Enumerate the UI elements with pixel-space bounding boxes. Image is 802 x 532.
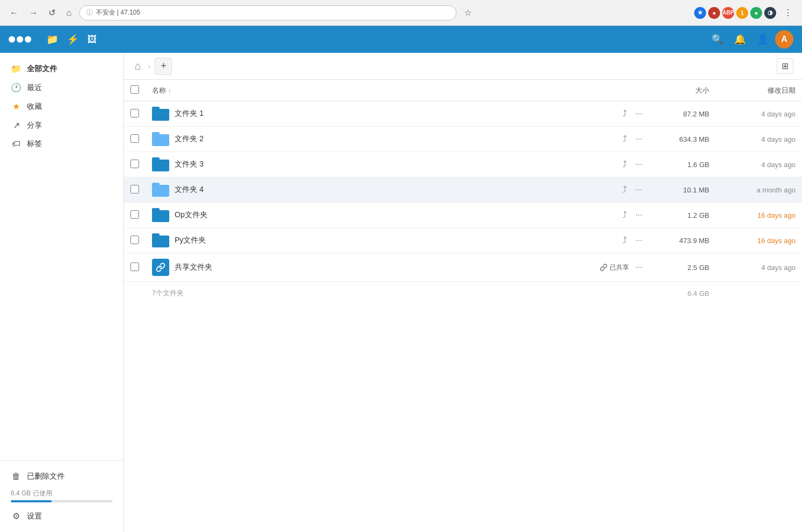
photos-icon: 🖼	[87, 34, 97, 45]
ext-4[interactable]: 1	[736, 7, 748, 19]
row4-check-cell[interactable]	[124, 177, 146, 203]
sidebar-item-tags[interactable]: 🏷 标签	[0, 135, 123, 153]
sidebar-item-all-files-label: 全部文件	[27, 64, 57, 74]
row2-share-btn[interactable]: ⤴	[620, 133, 629, 145]
row6-check-cell[interactable]	[124, 228, 146, 253]
header-name[interactable]: 名称 ↑	[146, 80, 586, 101]
row6-more-btn[interactable]: ···	[633, 234, 645, 246]
ext-2[interactable]: ●	[708, 7, 720, 19]
row7-more-btn[interactable]: ···	[633, 261, 645, 273]
contacts-icon: 👤	[757, 33, 769, 45]
contacts-nav-btn[interactable]: 👤	[752, 30, 773, 49]
file-list-container[interactable]: 名称 ↑ 大小 修改日期	[124, 80, 802, 532]
row1-name-cell[interactable]: 文件夹 1	[146, 101, 586, 127]
row2-checkbox[interactable]	[130, 134, 139, 143]
row5-share-btn[interactable]: ⤴	[620, 209, 629, 221]
row2-name: 文件夹 2	[175, 134, 204, 144]
sidebar-bottom: 🗑 已删除文件 6.4 GB 已使用 ⚙ 设置	[0, 460, 123, 526]
row6-share-btn[interactable]: ⤴	[620, 234, 629, 246]
footer-size: 6.4 GB	[651, 282, 716, 305]
row4-checkbox[interactable]	[130, 185, 139, 194]
sidebar-item-all-files[interactable]: 📁 全部文件	[0, 59, 123, 78]
row3-more-btn[interactable]: ···	[633, 158, 645, 170]
row2-check-cell[interactable]	[124, 127, 146, 152]
row1-checkbox[interactable]	[130, 109, 139, 118]
row1-share-btn[interactable]: ⤴	[620, 108, 629, 120]
sidebar-item-settings[interactable]: ⚙ 设置	[0, 507, 123, 526]
all-files-icon: 📁	[11, 64, 22, 74]
sidebar-item-deleted[interactable]: 🗑 已删除文件	[0, 467, 123, 486]
storage-bar	[11, 500, 113, 502]
row2-more-btn[interactable]: ···	[633, 133, 645, 145]
photos-nav-btn[interactable]: 🖼	[83, 31, 101, 49]
avatar[interactable]: A	[775, 30, 793, 49]
bookmark-button[interactable]: ☆	[461, 5, 475, 20]
row7-checkbox[interactable]	[130, 262, 139, 271]
header-size[interactable]: 大小	[651, 80, 716, 101]
size-column-label: 大小	[695, 86, 709, 94]
row1-check-cell[interactable]	[124, 101, 146, 127]
row1-name: 文件夹 1	[175, 109, 204, 119]
row3-check-cell[interactable]	[124, 152, 146, 177]
shared-icon: ↗	[11, 120, 22, 130]
file-list-body: 文件夹 1 ⤴ ··· 87.2 MB 4 days ago	[124, 101, 802, 305]
sidebar-item-shared[interactable]: ↗ 分享	[0, 116, 123, 135]
row6-name-cell[interactable]: Py文件夹	[146, 228, 586, 253]
ext-1[interactable]: ★	[694, 7, 706, 19]
view-toggle-button[interactable]: ⊞	[777, 58, 793, 74]
sidebar-item-shared-label: 分享	[27, 121, 42, 130]
row2-name-cell[interactable]: 文件夹 2	[146, 127, 586, 152]
header-check[interactable]	[124, 80, 146, 101]
row3-checkbox[interactable]	[130, 160, 139, 168]
row3-name-cell[interactable]: 文件夹 3	[146, 152, 586, 177]
row2-actions: ⤴ ···	[586, 127, 651, 152]
sort-arrow: ↑	[168, 87, 171, 94]
row4-actions: ⤴ ···	[586, 177, 651, 203]
row3-share-btn[interactable]: ⤴	[620, 158, 629, 170]
breadcrumb-home-icon[interactable]: ⌂	[133, 58, 143, 74]
table-row: 文件夹 3 ⤴ ··· 1.6 GB 4 days ago	[124, 152, 802, 177]
back-button[interactable]: ←	[6, 6, 22, 20]
row6-checkbox[interactable]	[130, 236, 139, 244]
row7-name-cell[interactable]: 共享文件夹	[146, 253, 586, 282]
row5-name-cell[interactable]: Op文件夹	[146, 203, 586, 228]
files-nav-btn[interactable]: 📁	[42, 30, 63, 49]
home-button[interactable]: ⌂	[63, 6, 75, 20]
sidebar-item-favorites[interactable]: ★ 收藏	[0, 97, 123, 116]
select-all-checkbox[interactable]	[130, 85, 139, 94]
row1-more-btn[interactable]: ···	[633, 108, 645, 120]
row5-check-cell[interactable]	[124, 203, 146, 228]
table-row: 文件夹 1 ⤴ ··· 87.2 MB 4 days ago	[124, 101, 802, 127]
ext-3[interactable]: ABP	[722, 7, 734, 19]
row4-name-cell[interactable]: 文件夹 4	[146, 177, 586, 203]
footer-count: 7个文件夹	[146, 282, 586, 305]
row7-check-cell[interactable]	[124, 253, 146, 282]
reload-button[interactable]: ↺	[45, 5, 59, 20]
row4-more-btn[interactable]: ···	[633, 184, 645, 196]
add-button[interactable]: +	[155, 58, 172, 75]
row5-more-btn[interactable]: ···	[633, 209, 645, 221]
ext-5[interactable]: ●	[750, 7, 762, 19]
row1-date: 4 days ago	[716, 101, 802, 127]
search-nav-btn[interactable]: 🔍	[707, 30, 728, 49]
row5-actions: ⤴ ···	[586, 203, 651, 228]
sidebar-item-recent[interactable]: 🕐 最近	[0, 78, 123, 97]
app-container: 📁 全部文件 🕐 最近 ★ 收藏 ↗ 分享 🏷 标签 🗑 已删除文件 6.4 G…	[0, 53, 802, 532]
browser-menu-button[interactable]: ⋮	[780, 5, 796, 20]
table-row: Op文件夹 ⤴ ··· 1.2 GB 16 days ago	[124, 203, 802, 228]
table-row: 文件夹 4 ⤴ ··· 10.1 MB a month ago	[124, 177, 802, 203]
address-bar[interactable]: ⓘ 不安全 | 47.105	[79, 5, 457, 20]
activity-icon: ⚡	[67, 33, 79, 45]
deleted-icon: 🗑	[11, 472, 22, 481]
bell-nav-btn[interactable]: 🔔	[730, 30, 750, 49]
ext-6[interactable]: ◑	[764, 7, 776, 19]
header-date[interactable]: 修改日期	[716, 80, 802, 101]
logo[interactable]	[9, 36, 31, 43]
forward-button[interactable]: →	[26, 6, 41, 20]
row4-share-btn[interactable]: ⤴	[620, 184, 629, 196]
row6-actions: ⤴ ···	[586, 228, 651, 253]
row5-checkbox[interactable]	[130, 210, 139, 219]
sidebar: 📁 全部文件 🕐 最近 ★ 收藏 ↗ 分享 🏷 标签 🗑 已删除文件 6.4 G…	[0, 53, 124, 532]
row3-name: 文件夹 3	[175, 160, 204, 169]
activity-nav-btn[interactable]: ⚡	[63, 30, 83, 49]
